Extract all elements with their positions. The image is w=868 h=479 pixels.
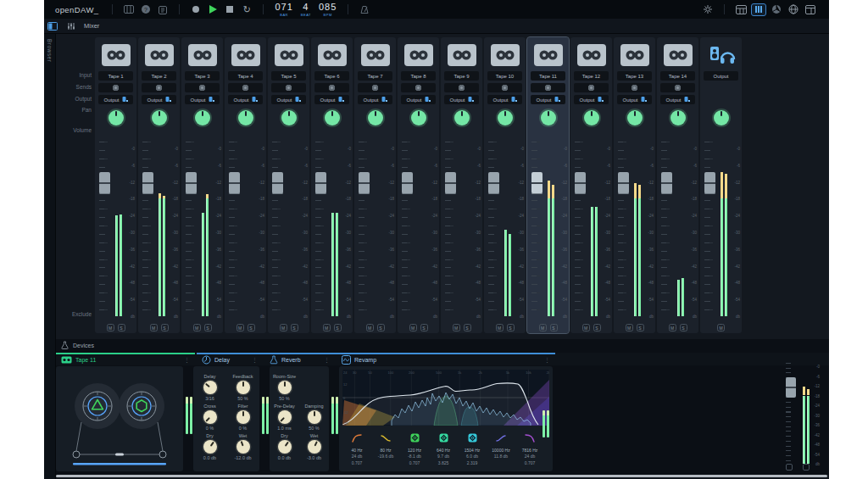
pan-knob[interactable] [280, 109, 298, 127]
record-button[interactable] [189, 3, 203, 16]
send-knob[interactable] [199, 85, 205, 91]
pan-knob[interactable] [366, 109, 385, 127]
output-routing[interactable]: Output [271, 95, 306, 104]
device-menu-button[interactable]: ⋮ [544, 357, 550, 364]
param-knob[interactable] [203, 381, 217, 394]
mute-button[interactable]: M [366, 324, 374, 331]
grid-view-icon[interactable] [734, 3, 748, 16]
pan-knob[interactable] [107, 109, 125, 127]
mixer-view-button[interactable] [751, 3, 766, 16]
eq-band-1[interactable]: 40 Hz24 db0.707 [342, 431, 371, 465]
device-tab-delay[interactable]: Delay⋮ [202, 354, 258, 365]
mixer-tab-label[interactable]: Mixer [84, 22, 99, 30]
volume-fader-handle[interactable] [445, 172, 456, 194]
pan-knob[interactable] [150, 109, 169, 127]
pan-knob[interactable] [323, 109, 342, 127]
sends-slot[interactable] [531, 83, 565, 92]
channel-strip-tape-4[interactable]: Tape 4Output-0-6-12-18-24-30-36-42-48-54… [225, 37, 266, 333]
channel-strip-tape-11[interactable]: Tape 11Output-0-6-12-18-24-30-36-42-48-5… [527, 37, 569, 333]
output-routing[interactable]: Output [185, 95, 220, 104]
channel-name[interactable]: Tape 7 [358, 71, 392, 81]
output-routing[interactable]: Output [228, 95, 263, 104]
solo-button[interactable]: S [204, 324, 212, 331]
channel-strip-output[interactable]: Output-0-6-12-18-24-30-36-42-48-54dbM [700, 37, 742, 333]
help-icon[interactable]: ? [139, 3, 153, 16]
browser-sidebar-label[interactable]: Browser [47, 39, 53, 62]
pan-knob[interactable] [496, 109, 515, 127]
tape-device-card[interactable] [56, 366, 183, 471]
solo-button[interactable]: S [637, 324, 644, 331]
channel-strip-tape-9[interactable]: Tape 9Output-0-6-12-18-24-30-36-42-48-54… [441, 37, 482, 333]
metronome-icon[interactable] [358, 3, 371, 16]
sends-slot[interactable] [358, 83, 392, 92]
browser-sidebar[interactable]: Browser [44, 34, 56, 479]
param-knob[interactable] [308, 410, 321, 424]
mute-button[interactable]: M [280, 324, 287, 331]
delay-device-card[interactable]: Delay3/16Feedback50 %Cross0 %Filter0 %Dr… [193, 366, 259, 471]
send-knob[interactable] [632, 85, 637, 91]
reverb-device-card[interactable]: Room-Size50 %Pre-Delay1.0 msDamping50 %D… [270, 366, 329, 471]
solo-button[interactable]: S [161, 324, 169, 331]
pan-knob[interactable] [669, 109, 687, 127]
volume-fader-handle[interactable] [531, 172, 542, 194]
solo-button[interactable]: S [334, 324, 342, 331]
mute-button[interactable]: M [717, 324, 725, 331]
solo-button[interactable]: S [291, 324, 298, 331]
param-knob[interactable] [278, 410, 292, 424]
channel-name[interactable]: Tape 4 [228, 71, 263, 81]
send-knob[interactable] [372, 85, 378, 91]
pan-knob[interactable] [539, 109, 558, 127]
volume-fader-handle[interactable] [359, 172, 370, 194]
sends-slot[interactable] [185, 83, 220, 92]
eq-band-3[interactable]: 120 Hz-8.1 db0.707 [400, 431, 429, 465]
solo-button[interactable]: S [507, 324, 515, 331]
mute-button[interactable]: M [582, 324, 590, 331]
sends-slot[interactable] [444, 83, 479, 92]
channel-strip-tape-7[interactable]: Tape 7Output-0-6-12-18-24-30-36-42-48-54… [354, 37, 396, 333]
mute-button[interactable]: M [496, 324, 504, 331]
sends-slot[interactable] [617, 83, 652, 92]
channel-strip-tape-14[interactable]: Tape 14Output-0-6-12-18-24-30-36-42-48-5… [657, 37, 698, 333]
param-knob[interactable] [236, 381, 250, 394]
send-knob[interactable] [675, 85, 681, 91]
solo-button[interactable]: S [420, 324, 428, 331]
device-menu-button[interactable]: ⋮ [184, 357, 190, 364]
channel-strip-tape-5[interactable]: Tape 5Output-0-6-12-18-24-30-36-42-48-54… [268, 37, 309, 333]
mute-button[interactable]: M [626, 324, 633, 331]
time-display[interactable]: 071BAR 4BEAT 085BPM [275, 3, 337, 17]
solo-button[interactable]: S [464, 324, 471, 331]
send-knob[interactable] [329, 85, 335, 91]
brightness-icon[interactable] [701, 3, 715, 16]
channel-name[interactable]: Tape 11 [531, 71, 565, 81]
device-tab-revamp[interactable]: Revamp⋮ [342, 354, 550, 365]
volume-fader-handle[interactable] [186, 172, 197, 194]
param-knob[interactable] [203, 410, 217, 424]
output-routing[interactable]: Output [487, 95, 522, 104]
channel-strip-tape-13[interactable]: Tape 13Output-0-6-12-18-24-30-36-42-48-5… [614, 37, 655, 333]
send-knob[interactable] [113, 85, 119, 91]
output-routing[interactable]: Output [444, 95, 479, 104]
send-knob[interactable] [502, 85, 508, 91]
volume-fader-handle[interactable] [402, 172, 413, 194]
output-routing[interactable]: Output [314, 95, 349, 104]
send-knob[interactable] [588, 85, 594, 91]
pan-knob[interactable] [193, 109, 212, 127]
stop-button[interactable] [223, 3, 236, 16]
channel-strip-tape-1[interactable]: Tape 1Output-0-6-12-18-24-30-36-42-48-54… [95, 37, 136, 333]
revamp-device-card[interactable]: 30501002005001k2k5k10k20k24120-12-24 40 … [339, 366, 553, 471]
send-knob[interactable] [415, 85, 421, 91]
channel-name[interactable]: Tape 13 [617, 71, 652, 81]
globe-icon[interactable] [787, 3, 800, 16]
param-knob[interactable] [278, 440, 292, 454]
mute-button[interactable]: M [669, 324, 676, 331]
output-routing[interactable]: Output [660, 95, 695, 104]
mute-button[interactable]: M [236, 324, 244, 331]
notes-icon[interactable] [156, 3, 170, 16]
volume-fader-handle[interactable] [99, 172, 110, 194]
param-knob[interactable] [236, 410, 250, 424]
pan-knob[interactable] [712, 109, 731, 127]
channel-name[interactable]: Tape 9 [444, 71, 479, 81]
channel-strip-tape-10[interactable]: Tape 10Output-0-6-12-18-24-30-36-42-48-5… [484, 37, 526, 333]
send-knob[interactable] [459, 85, 465, 91]
output-routing[interactable]: Output [574, 95, 609, 104]
